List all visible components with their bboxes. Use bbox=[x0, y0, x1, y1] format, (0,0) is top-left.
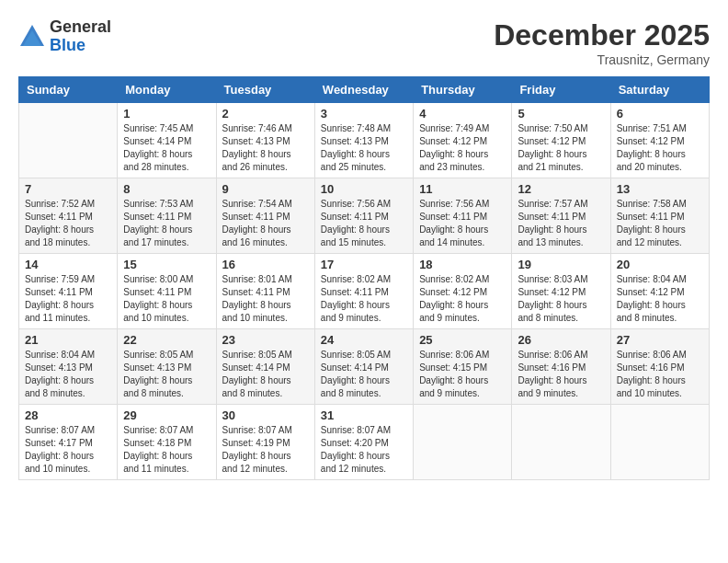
day-info: Sunrise: 7:59 AM Sunset: 4:11 PM Dayligh… bbox=[25, 273, 111, 325]
calendar-day-cell: 30Sunrise: 8:07 AM Sunset: 4:19 PM Dayli… bbox=[216, 405, 314, 480]
day-number: 9 bbox=[222, 182, 309, 196]
logo-icon bbox=[18, 23, 46, 51]
day-number: 16 bbox=[222, 258, 309, 271]
day-info: Sunrise: 8:05 AM Sunset: 4:13 PM Dayligh… bbox=[123, 349, 210, 400]
calendar-day-cell bbox=[512, 405, 610, 480]
calendar-day-cell: 6Sunrise: 7:51 AM Sunset: 4:12 PM Daylig… bbox=[610, 103, 709, 178]
logo: General Blue bbox=[18, 18, 111, 55]
calendar-day-cell: 22Sunrise: 8:05 AM Sunset: 4:13 PM Dayli… bbox=[118, 329, 216, 405]
day-number: 10 bbox=[321, 182, 407, 196]
day-info: Sunrise: 8:04 AM Sunset: 4:12 PM Dayligh… bbox=[617, 273, 703, 325]
calendar-day-cell: 26Sunrise: 8:06 AM Sunset: 4:16 PM Dayli… bbox=[512, 329, 610, 405]
day-info: Sunrise: 7:46 AM Sunset: 4:13 PM Dayligh… bbox=[222, 122, 309, 174]
day-info: Sunrise: 8:07 AM Sunset: 4:18 PM Dayligh… bbox=[123, 424, 210, 476]
calendar-day-cell: 21Sunrise: 8:04 AM Sunset: 4:13 PM Dayli… bbox=[19, 329, 118, 405]
calendar-day-cell: 29Sunrise: 8:07 AM Sunset: 4:18 PM Dayli… bbox=[118, 405, 216, 480]
calendar-day-cell: 27Sunrise: 8:06 AM Sunset: 4:16 PM Dayli… bbox=[610, 329, 709, 405]
calendar-day-cell: 16Sunrise: 8:01 AM Sunset: 4:11 PM Dayli… bbox=[216, 254, 314, 329]
day-number: 25 bbox=[419, 333, 506, 347]
day-number: 4 bbox=[419, 107, 506, 121]
day-info: Sunrise: 8:02 AM Sunset: 4:11 PM Dayligh… bbox=[321, 273, 407, 325]
calendar-day-cell: 31Sunrise: 8:07 AM Sunset: 4:20 PM Dayli… bbox=[314, 405, 413, 480]
calendar-day-cell: 9Sunrise: 7:54 AM Sunset: 4:11 PM Daylig… bbox=[216, 178, 314, 254]
day-info: Sunrise: 8:06 AM Sunset: 4:16 PM Dayligh… bbox=[518, 349, 604, 400]
day-info: Sunrise: 7:53 AM Sunset: 4:11 PM Dayligh… bbox=[123, 198, 210, 249]
calendar-week-row: 21Sunrise: 8:04 AM Sunset: 4:13 PM Dayli… bbox=[19, 329, 710, 405]
calendar-week-row: 14Sunrise: 7:59 AM Sunset: 4:11 PM Dayli… bbox=[19, 254, 710, 329]
calendar-day-cell: 12Sunrise: 7:57 AM Sunset: 4:11 PM Dayli… bbox=[512, 178, 610, 254]
day-info: Sunrise: 8:07 AM Sunset: 4:20 PM Dayligh… bbox=[321, 424, 407, 476]
weekday-header-row: SundayMondayTuesdayWednesdayThursdayFrid… bbox=[19, 77, 710, 103]
day-number: 19 bbox=[518, 258, 604, 271]
day-info: Sunrise: 7:45 AM Sunset: 4:14 PM Dayligh… bbox=[123, 122, 210, 174]
day-number: 22 bbox=[123, 333, 210, 347]
calendar-day-cell: 11Sunrise: 7:56 AM Sunset: 4:11 PM Dayli… bbox=[414, 178, 512, 254]
day-info: Sunrise: 8:03 AM Sunset: 4:12 PM Dayligh… bbox=[518, 273, 604, 325]
day-info: Sunrise: 8:07 AM Sunset: 4:19 PM Dayligh… bbox=[222, 424, 309, 476]
day-number: 27 bbox=[617, 333, 703, 347]
calendar-day-cell: 24Sunrise: 8:05 AM Sunset: 4:14 PM Dayli… bbox=[314, 329, 413, 405]
weekday-header-sunday: Sunday bbox=[19, 77, 118, 103]
day-number: 6 bbox=[617, 107, 703, 121]
day-number: 24 bbox=[321, 333, 407, 347]
page-header: General Blue December 2025 Trausnitz, Ge… bbox=[18, 18, 710, 67]
day-info: Sunrise: 8:04 AM Sunset: 4:13 PM Dayligh… bbox=[25, 349, 111, 400]
calendar-day-cell: 1Sunrise: 7:45 AM Sunset: 4:14 PM Daylig… bbox=[118, 103, 216, 178]
day-info: Sunrise: 8:05 AM Sunset: 4:14 PM Dayligh… bbox=[321, 349, 407, 400]
day-info: Sunrise: 8:07 AM Sunset: 4:17 PM Dayligh… bbox=[25, 424, 111, 476]
day-number: 18 bbox=[419, 258, 506, 271]
calendar-day-cell: 18Sunrise: 8:02 AM Sunset: 4:12 PM Dayli… bbox=[414, 254, 512, 329]
day-number: 3 bbox=[321, 107, 407, 121]
day-number: 23 bbox=[222, 333, 309, 347]
calendar-day-cell bbox=[414, 405, 512, 480]
day-info: Sunrise: 7:57 AM Sunset: 4:11 PM Dayligh… bbox=[518, 198, 604, 249]
day-number: 29 bbox=[123, 408, 210, 422]
calendar-day-cell: 17Sunrise: 8:02 AM Sunset: 4:11 PM Dayli… bbox=[314, 254, 413, 329]
day-info: Sunrise: 7:50 AM Sunset: 4:12 PM Dayligh… bbox=[518, 122, 604, 174]
calendar-day-cell: 23Sunrise: 8:05 AM Sunset: 4:14 PM Dayli… bbox=[216, 329, 314, 405]
calendar-day-cell: 15Sunrise: 8:00 AM Sunset: 4:11 PM Dayli… bbox=[118, 254, 216, 329]
calendar-day-cell: 19Sunrise: 8:03 AM Sunset: 4:12 PM Dayli… bbox=[512, 254, 610, 329]
weekday-header-wednesday: Wednesday bbox=[314, 77, 413, 103]
day-number: 31 bbox=[321, 408, 407, 422]
day-info: Sunrise: 8:05 AM Sunset: 4:14 PM Dayligh… bbox=[222, 349, 309, 400]
weekday-header-thursday: Thursday bbox=[414, 77, 512, 103]
calendar-day-cell bbox=[610, 405, 709, 480]
location-label: Trausnitz, Germany bbox=[494, 52, 710, 67]
day-number: 14 bbox=[25, 258, 111, 271]
day-number: 28 bbox=[25, 408, 111, 422]
day-info: Sunrise: 8:06 AM Sunset: 4:16 PM Dayligh… bbox=[617, 349, 703, 400]
calendar-day-cell: 20Sunrise: 8:04 AM Sunset: 4:12 PM Dayli… bbox=[610, 254, 709, 329]
calendar-day-cell: 5Sunrise: 7:50 AM Sunset: 4:12 PM Daylig… bbox=[512, 103, 610, 178]
day-info: Sunrise: 7:54 AM Sunset: 4:11 PM Dayligh… bbox=[222, 198, 309, 249]
calendar-day-cell: 10Sunrise: 7:56 AM Sunset: 4:11 PM Dayli… bbox=[314, 178, 413, 254]
weekday-header-tuesday: Tuesday bbox=[216, 77, 314, 103]
logo-text: General Blue bbox=[50, 18, 111, 55]
calendar-day-cell: 14Sunrise: 7:59 AM Sunset: 4:11 PM Dayli… bbox=[19, 254, 118, 329]
day-number: 21 bbox=[25, 333, 111, 347]
calendar-table: SundayMondayTuesdayWednesdayThursdayFrid… bbox=[18, 76, 710, 480]
day-info: Sunrise: 7:56 AM Sunset: 4:11 PM Dayligh… bbox=[321, 198, 407, 249]
day-info: Sunrise: 7:49 AM Sunset: 4:12 PM Dayligh… bbox=[419, 122, 506, 174]
weekday-header-friday: Friday bbox=[512, 77, 610, 103]
month-title: December 2025 bbox=[494, 18, 710, 52]
day-info: Sunrise: 7:48 AM Sunset: 4:13 PM Dayligh… bbox=[321, 122, 407, 174]
calendar-week-row: 7Sunrise: 7:52 AM Sunset: 4:11 PM Daylig… bbox=[19, 178, 710, 254]
day-info: Sunrise: 8:06 AM Sunset: 4:15 PM Dayligh… bbox=[419, 349, 506, 400]
calendar-day-cell: 8Sunrise: 7:53 AM Sunset: 4:11 PM Daylig… bbox=[118, 178, 216, 254]
day-info: Sunrise: 8:02 AM Sunset: 4:12 PM Dayligh… bbox=[419, 273, 506, 325]
calendar-week-row: 1Sunrise: 7:45 AM Sunset: 4:14 PM Daylig… bbox=[19, 103, 710, 178]
calendar-day-cell: 25Sunrise: 8:06 AM Sunset: 4:15 PM Dayli… bbox=[414, 329, 512, 405]
weekday-header-monday: Monday bbox=[118, 77, 216, 103]
day-info: Sunrise: 7:52 AM Sunset: 4:11 PM Dayligh… bbox=[25, 198, 111, 249]
calendar-day-cell: 28Sunrise: 8:07 AM Sunset: 4:17 PM Dayli… bbox=[19, 405, 118, 480]
calendar-day-cell: 4Sunrise: 7:49 AM Sunset: 4:12 PM Daylig… bbox=[414, 103, 512, 178]
calendar-week-row: 28Sunrise: 8:07 AM Sunset: 4:17 PM Dayli… bbox=[19, 405, 710, 480]
title-block: December 2025 Trausnitz, Germany bbox=[494, 18, 710, 67]
calendar-day-cell bbox=[19, 103, 118, 178]
day-number: 1 bbox=[123, 107, 210, 121]
day-info: Sunrise: 8:00 AM Sunset: 4:11 PM Dayligh… bbox=[123, 273, 210, 325]
calendar-day-cell: 2Sunrise: 7:46 AM Sunset: 4:13 PM Daylig… bbox=[216, 103, 314, 178]
day-info: Sunrise: 7:51 AM Sunset: 4:12 PM Dayligh… bbox=[617, 122, 703, 174]
day-number: 11 bbox=[419, 182, 506, 196]
